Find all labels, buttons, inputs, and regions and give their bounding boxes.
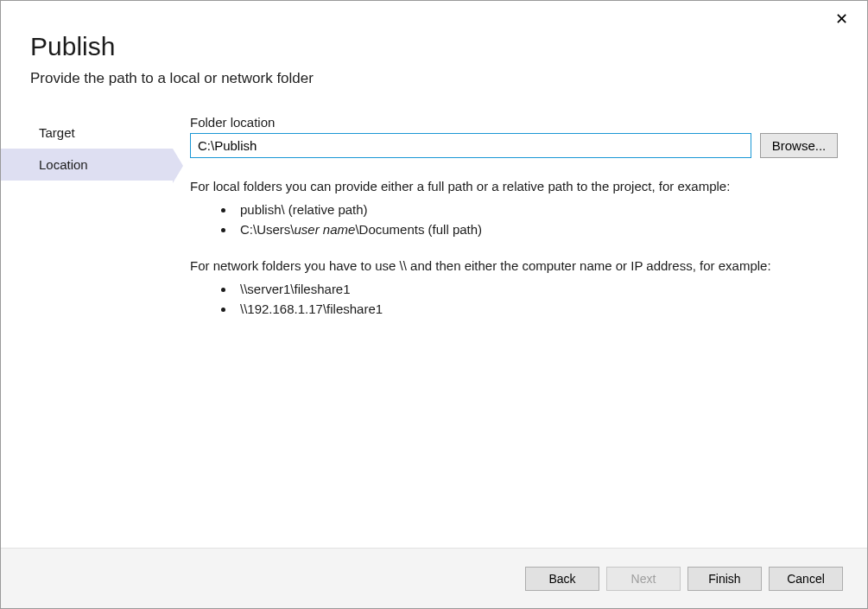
help-network-example-2: \\192.168.1.17\fileshare1 xyxy=(235,299,838,319)
folder-location-input[interactable] xyxy=(190,133,751,158)
wizard-footer: Back Next Finish Cancel xyxy=(1,548,867,608)
help-local-intro: For local folders you can provide either… xyxy=(190,177,838,196)
page-title: Publish xyxy=(30,32,838,61)
page-subtitle: Provide the path to a local or network f… xyxy=(30,70,838,87)
browse-button[interactable]: Browse... xyxy=(760,133,838,158)
close-icon[interactable]: ✕ xyxy=(828,8,855,30)
back-button[interactable]: Back xyxy=(525,567,599,591)
help-network-list: \\server1\fileshare1 \\192.168.1.17\file… xyxy=(190,279,838,320)
help-network-intro: For network folders you have to use \\ a… xyxy=(190,257,838,276)
nav-item-label: Location xyxy=(39,157,88,172)
publish-dialog: ✕ Publish Provide the path to a local or… xyxy=(0,0,868,609)
finish-button[interactable]: Finish xyxy=(687,567,762,591)
nav-item-label: Target xyxy=(39,125,75,140)
help-local-example-1: publish\ (relative path) xyxy=(235,200,838,219)
wizard-nav: Target Location xyxy=(30,111,173,548)
dialog-header: Publish Provide the path to a local or n… xyxy=(1,1,867,111)
cancel-button[interactable]: Cancel xyxy=(769,567,843,591)
folder-location-label: Folder location xyxy=(190,115,838,130)
help-network-example-1: \\server1\fileshare1 xyxy=(235,279,838,299)
nav-item-location[interactable]: Location xyxy=(1,149,173,181)
next-button: Next xyxy=(606,567,681,591)
nav-item-target[interactable]: Target xyxy=(1,117,173,149)
wizard-content: Folder location Browse... For local fold… xyxy=(173,111,838,548)
help-local-list: publish\ (relative path) C:\Users\user n… xyxy=(190,200,838,240)
help-local-example-2: C:\Users\user name\Documents (full path) xyxy=(235,219,838,239)
